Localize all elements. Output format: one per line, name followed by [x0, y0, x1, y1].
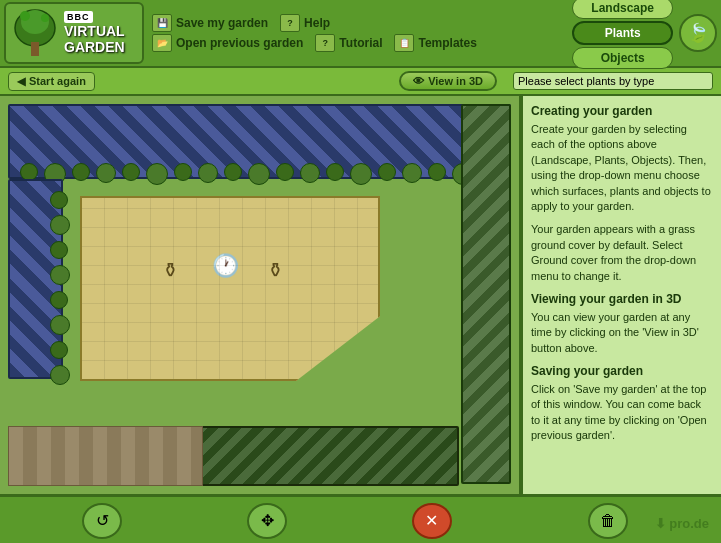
menu-row-1: 💾 Save my garden ? Help [152, 14, 556, 32]
menu-area: 💾 Save my garden ? Help 📂 Open previous … [152, 14, 556, 52]
info-section1-text: Create your garden by selecting each of … [531, 122, 713, 214]
toolbar: ◀ Start again 👁 View in 3D Please select… [0, 68, 721, 96]
tutorial-icon: ? [315, 34, 335, 52]
bottom-toolbar: ↺ Undo ✥ Select ✕ Remove plant 🗑 Remove … [0, 494, 721, 543]
svg-rect-2 [31, 42, 39, 56]
header-right: Landscape Plants Objects 🍃 [572, 0, 717, 69]
remove-all-plants-button[interactable]: 🗑 Remove all plants [557, 503, 659, 544]
tab-objects[interactable]: Objects [572, 47, 673, 69]
garden-canvas[interactable]: ⚱ 🕐 ⚱ [0, 96, 521, 494]
svg-point-4 [41, 14, 49, 22]
save-garden-button[interactable]: 💾 Save my garden [152, 14, 268, 32]
undo-button[interactable]: ↺ Undo [62, 503, 142, 544]
info-section2-text: Your garden appears with a grass ground … [531, 222, 713, 284]
floppy-icon: 💾 [152, 14, 172, 32]
help-button[interactable]: ? Help [280, 14, 330, 32]
info-section4-text: Click on 'Save my garden' at the top of … [531, 382, 713, 444]
info-section4-title: Saving your garden [531, 364, 713, 378]
plant-type-dropdown[interactable]: Please select plants by type [513, 72, 713, 90]
info-panel: Creating your garden Create your garden … [521, 96, 721, 494]
info-section3-text: You can view your garden at any time by … [531, 310, 713, 356]
open-garden-button[interactable]: 📂 Open previous garden [152, 34, 303, 52]
logo-tree-icon [10, 6, 60, 60]
select-button[interactable]: ✥ Select [227, 503, 307, 544]
main-content: ⚱ 🕐 ⚱ Creating your garden Create your g… [0, 96, 721, 494]
tab-plants[interactable]: Plants [572, 21, 673, 45]
eye-icon: 👁 [413, 75, 424, 87]
remove-plant-icon: ✕ [412, 503, 452, 539]
bbc-badge: BBC [64, 11, 93, 23]
remove-plant-button[interactable]: ✕ Remove plant [392, 503, 472, 544]
tab-landscape[interactable]: Landscape [572, 0, 673, 19]
back-arrow-icon: ◀ [17, 75, 25, 88]
start-again-button[interactable]: ◀ Start again [8, 72, 95, 91]
logo-text: BBC VIRTUAL GARDEN [64, 11, 125, 55]
svg-point-3 [20, 11, 30, 21]
info-section3-title: Viewing your garden in 3D [531, 292, 713, 306]
info-section1-title: Creating your garden [531, 104, 713, 118]
view-3d-button[interactable]: 👁 View in 3D [399, 71, 497, 91]
help-icon: ? [280, 14, 300, 32]
menu-row-2: 📂 Open previous garden ? Tutorial 📋 Temp… [152, 34, 556, 52]
logo-area: BBC VIRTUAL GARDEN [4, 2, 144, 64]
undo-icon: ↺ [82, 503, 122, 539]
vg-title: VIRTUAL GARDEN [64, 24, 125, 55]
leaf-logo-icon: 🍃 [679, 14, 717, 52]
templates-button[interactable]: 📋 Templates [394, 34, 476, 52]
folder-icon: 📂 [152, 34, 172, 52]
select-icon: ✥ [247, 503, 287, 539]
header: BBC VIRTUAL GARDEN 💾 Save my garden ? He… [0, 0, 721, 68]
remove-all-icon: 🗑 [588, 503, 628, 539]
templates-icon: 📋 [394, 34, 414, 52]
tutorial-button[interactable]: ? Tutorial [315, 34, 382, 52]
